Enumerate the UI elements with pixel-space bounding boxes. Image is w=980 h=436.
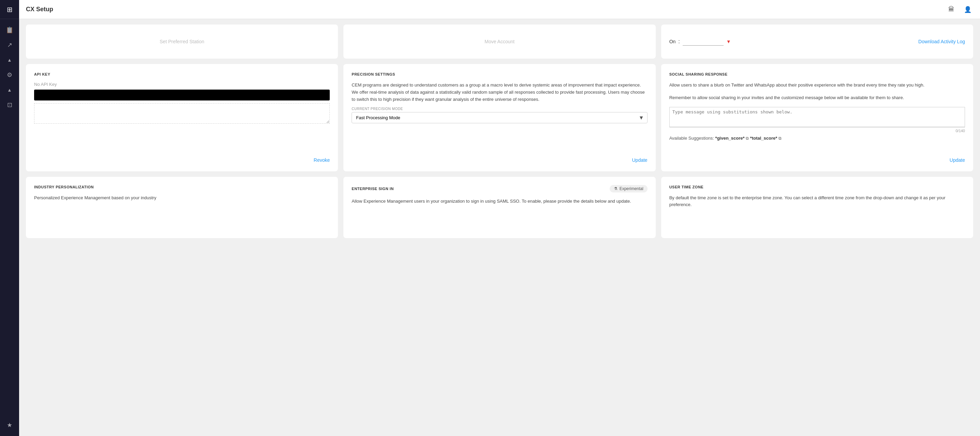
topbar-icons: 🏛 👤 [946,4,973,15]
suggestions-row: Available Suggestions: *given_score* ⧉ *… [669,136,965,141]
api-key-textarea[interactable] [34,103,330,124]
industry-body: INDUSTRY PERSONALIZATION Personalized Ex… [34,185,330,230]
precision-mode-select[interactable]: Fast Processing Mode High Precision Mode [352,112,647,123]
cards-grid: API KEY No API Key Revoke PRECISION SETT… [26,64,973,238]
api-key-card: API KEY No API Key Revoke [26,64,338,171]
copy-icon-1[interactable]: ⧉ [746,136,749,141]
user-icon[interactable]: 👤 [962,4,973,15]
sidebar-logo-area: ⊞ [0,0,19,19]
social-message-textarea[interactable] [669,107,965,127]
page-title: CX Setup [26,6,942,13]
social-body: SOCIAL SHARING RESPONSE Allow users to s… [669,72,965,146]
grid2-icon: ⊡ [7,101,12,109]
move-account-card: Move Account [344,25,655,59]
sidebar-item-signal[interactable]: ▲ [3,53,16,67]
on-divider: : [678,38,679,44]
social-title: SOCIAL SHARING RESPONSE [669,72,965,76]
copy-icon-2[interactable]: ⧉ [778,136,781,141]
sidebar-nav: 📋 ↗ ▲ ⚙ ▲ ⊡ [3,19,16,414]
move-account-text: Move Account [485,39,515,44]
experimental-label: Experimental [620,186,643,191]
suggestion2: *total_score* [750,136,777,141]
experimental-badge: ⚗ Experimental [610,185,648,192]
current-mode-label: CURRENT PRECISION MODE [352,107,647,111]
topbar: CX Setup 🏛 👤 [19,0,980,19]
set-preferred-station-text: Set Preferred Station [159,39,204,44]
sidebar-item-grid2[interactable]: ⊡ [3,98,16,112]
sidebar: ⊞ 📋 ↗ ▲ ⚙ ▲ ⊡ ★ [0,0,19,436]
precision-update-button[interactable]: Update [632,157,648,163]
no-api-label: No API Key [34,82,330,87]
social-description1: Allow users to share a blurb on Twitter … [669,82,965,89]
precision-select-wrapper: Fast Processing Mode High Precision Mode… [352,112,647,123]
suggestion1: *given_score* [715,136,745,141]
set-preferred-station-card: Set Preferred Station [26,25,338,59]
share-icon: ↗ [7,41,12,49]
precision-title: PRECISION SETTINGS [352,72,647,76]
bank-icon[interactable]: 🏛 [946,4,957,15]
precision-description: CEM programs are designed to understand … [352,82,647,103]
sidebar-item-signal2[interactable]: ▲ [3,83,16,97]
sidebar-item-share[interactable]: ↗ [3,38,16,52]
social-footer: Update [669,152,965,163]
social-description2: Remember to allow social sharing in your… [669,94,965,101]
precision-settings-card: PRECISION SETTINGS CEM programs are desi… [344,64,655,171]
industry-title: INDUSTRY PERSONALIZATION [34,185,330,189]
industry-description: Personalized Experience Management based… [34,195,330,201]
top-row: Set Preferred Station Move Account On : … [26,25,973,59]
enterprise-body: ENTERPRISE SIGN IN ⚗ Experimental Allow … [352,185,647,230]
on-row: On : ▼ [669,38,731,46]
flask-icon: ⚗ [614,186,617,191]
timezone-body: USER TIME ZONE By default the time zone … [669,185,965,230]
grid-icon[interactable]: ⊞ [7,5,13,14]
precision-footer: Update [352,152,647,163]
sidebar-item-star[interactable]: ★ [3,418,16,432]
signal-icon: ▲ [7,57,12,63]
social-update-button[interactable]: Update [950,157,965,163]
on-select[interactable] [682,38,724,46]
activity-log-card: On : ▼ Download Activity Log [661,25,973,59]
api-key-title: API KEY [34,72,330,76]
timezone-description: By default the time zone is set to the e… [669,195,965,209]
social-sharing-card: SOCIAL SHARING RESPONSE Allow users to s… [661,64,973,171]
enterprise-title: ENTERPRISE SIGN IN [352,187,393,191]
timezone-title: USER TIME ZONE [669,185,965,189]
main-area: CX Setup 🏛 👤 Set Preferred Station Move … [19,0,980,436]
api-key-field [34,90,330,100]
settings-icon: ⚙ [7,71,12,79]
download-activity-log-link[interactable]: Download Activity Log [918,39,965,44]
sidebar-bottom: ★ [0,414,19,436]
revoke-button[interactable]: Revoke [314,157,330,163]
char-count: 0/140 [669,129,965,133]
enterprise-signin-card: ENTERPRISE SIGN IN ⚗ Experimental Allow … [344,177,655,238]
precision-body: PRECISION SETTINGS CEM programs are desi… [352,72,647,146]
doc-icon: 📋 [6,26,13,34]
industry-personalization-card: INDUSTRY PERSONALIZATION Personalized Ex… [26,177,338,238]
suggestions-label: Available Suggestions: [669,136,714,141]
enterprise-description: Allow Experience Management users in you… [352,198,647,205]
sidebar-item-dashboard[interactable]: 📋 [3,23,16,37]
signal2-icon: ▲ [7,87,12,93]
content-area: Set Preferred Station Move Account On : … [19,19,980,436]
dropdown-arrow-icon: ▼ [726,39,731,44]
api-key-body: API KEY No API Key [34,72,330,146]
on-label: On [669,39,676,44]
star-icon: ★ [7,421,12,429]
api-key-footer: Revoke [34,152,330,163]
sidebar-item-settings[interactable]: ⚙ [3,68,16,82]
user-timezone-card: USER TIME ZONE By default the time zone … [661,177,973,238]
